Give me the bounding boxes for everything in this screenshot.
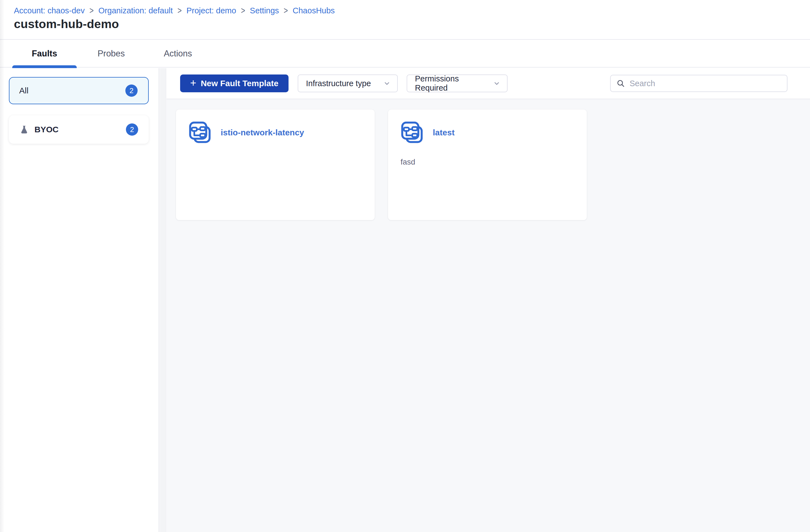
- active-tab-underline: [12, 65, 77, 68]
- breadcrumb-project[interactable]: Project: demo: [187, 6, 236, 15]
- breadcrumb-separator: >: [284, 5, 288, 16]
- tab-bar: Faults Probes Actions: [0, 40, 810, 67]
- breadcrumb-organization[interactable]: Organization: default: [98, 6, 173, 15]
- permissions-required-label: Permissions Required: [415, 74, 493, 93]
- breadcrumb-separator: >: [241, 5, 245, 16]
- card-header: latest: [401, 121, 574, 144]
- breadcrumb-separator: >: [90, 5, 94, 16]
- search-input[interactable]: [630, 79, 781, 88]
- faults-toolbar: + New Fault Template Infrastructure type…: [166, 68, 810, 99]
- plus-icon: +: [190, 78, 196, 88]
- fault-template-card-latest[interactable]: latest fasd: [388, 110, 587, 220]
- breadcrumb: Account: chaos-dev > Organization: defau…: [14, 6, 335, 15]
- tab-probes[interactable]: Probes: [78, 40, 145, 67]
- search-box: [610, 75, 788, 92]
- infrastructure-type-dropdown[interactable]: Infrastructure type: [298, 75, 398, 92]
- panel-divider-gutter: [160, 68, 166, 532]
- permissions-required-dropdown[interactable]: Permissions Required: [407, 75, 507, 92]
- search-icon: [616, 79, 625, 88]
- breadcrumb-chaoshubs[interactable]: ChaosHubs: [293, 6, 335, 15]
- byoc-count-badge: 2: [126, 124, 138, 136]
- fault-template-list: istio-network-latency: [176, 110, 587, 220]
- new-fault-template-label: New Fault Template: [201, 79, 278, 88]
- flask-icon: [20, 125, 28, 134]
- breadcrumb-account[interactable]: Account: chaos-dev: [14, 6, 85, 15]
- sidebar-item-all[interactable]: All 2: [9, 77, 149, 104]
- sidebar-item-all-label: All: [19, 86, 28, 95]
- chaoshub-page: Account: chaos-dev > Organization: defau…: [0, 0, 810, 532]
- category-sidebar: All 2 BYOC 2: [0, 68, 159, 532]
- fault-template-description: fasd: [401, 158, 574, 166]
- chevron-down-icon: [493, 80, 500, 87]
- tab-faults[interactable]: Faults: [11, 40, 78, 67]
- page-title: custom-hub-demo: [14, 17, 119, 31]
- breadcrumb-separator: >: [178, 5, 182, 16]
- breadcrumb-settings[interactable]: Settings: [250, 6, 279, 15]
- chevron-down-icon: [383, 80, 391, 87]
- infrastructure-type-label: Infrastructure type: [306, 79, 371, 88]
- tab-probes-label: Probes: [98, 49, 125, 59]
- all-count-badge: 2: [125, 84, 137, 97]
- fault-template-icon: [401, 121, 424, 144]
- card-header: istio-network-latency: [189, 121, 362, 144]
- tab-actions-label: Actions: [164, 49, 192, 59]
- fault-template-icon: [189, 121, 212, 144]
- sidebar-item-byoc[interactable]: BYOC 2: [9, 115, 149, 144]
- tab-actions[interactable]: Actions: [145, 40, 211, 67]
- fault-template-card-istio-network-latency[interactable]: istio-network-latency: [176, 110, 375, 220]
- new-fault-template-button[interactable]: + New Fault Template: [180, 75, 289, 92]
- main-panel: + New Fault Template Infrastructure type…: [166, 68, 810, 532]
- sidebar-item-byoc-label: BYOC: [34, 125, 59, 134]
- tab-faults-label: Faults: [32, 49, 57, 59]
- page-header: Account: chaos-dev > Organization: defau…: [0, 0, 810, 40]
- fault-template-title[interactable]: istio-network-latency: [221, 128, 304, 137]
- fault-template-title[interactable]: latest: [433, 128, 454, 137]
